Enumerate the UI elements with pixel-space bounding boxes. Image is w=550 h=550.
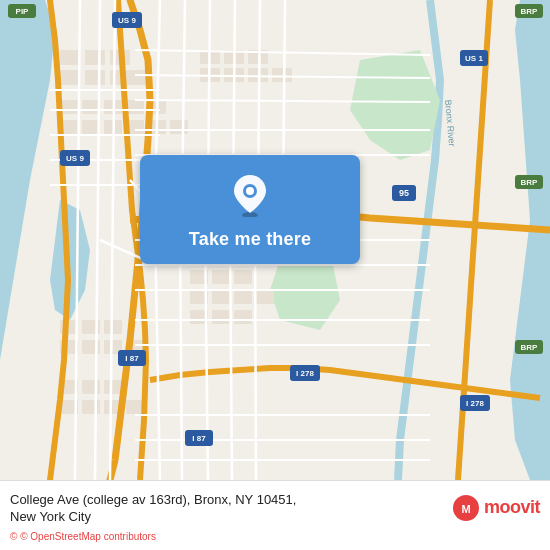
svg-text:US 9: US 9 [66, 154, 84, 163]
svg-rect-32 [82, 380, 100, 394]
svg-text:M: M [461, 503, 470, 515]
svg-rect-49 [212, 290, 230, 304]
svg-text:BRP: BRP [521, 178, 539, 187]
svg-text:95: 95 [399, 188, 409, 198]
svg-rect-33 [104, 380, 122, 394]
svg-rect-54 [234, 310, 252, 324]
svg-text:I 87: I 87 [192, 434, 206, 443]
svg-rect-14 [82, 100, 100, 114]
svg-rect-7 [85, 50, 105, 65]
svg-rect-47 [234, 270, 252, 284]
moovit-logo: M moovit [452, 494, 540, 522]
take-me-there-button[interactable]: Take me there [140, 155, 360, 264]
svg-text:BRP: BRP [521, 7, 539, 16]
city-line: New York City [10, 509, 296, 524]
address-block: College Ave (college av 163rd), Bronx, N… [10, 492, 296, 524]
address-line: College Ave (college av 163rd), Bronx, N… [10, 492, 296, 507]
svg-rect-9 [60, 70, 80, 85]
location-pin-icon [232, 173, 268, 221]
svg-rect-50 [234, 290, 252, 304]
svg-rect-53 [212, 310, 230, 324]
svg-rect-16 [126, 100, 144, 114]
attribution-text: © OpenStreetMap contributors [20, 531, 156, 542]
svg-rect-35 [82, 400, 100, 414]
svg-text:I 278: I 278 [466, 399, 484, 408]
svg-text:US 9: US 9 [118, 16, 136, 25]
svg-text:US 1: US 1 [465, 54, 483, 63]
svg-text:BRP: BRP [521, 343, 539, 352]
bottom-bar: College Ave (college av 163rd), Bronx, N… [0, 480, 550, 550]
svg-text:I 87: I 87 [125, 354, 139, 363]
svg-rect-13 [60, 100, 78, 114]
svg-point-117 [246, 187, 254, 195]
svg-rect-23 [170, 120, 188, 134]
svg-line-73 [255, 230, 256, 480]
svg-rect-26 [104, 320, 122, 334]
moovit-logo-icon: M [452, 494, 480, 522]
svg-rect-10 [85, 70, 105, 85]
moovit-text: moovit [484, 497, 540, 518]
svg-text:I 278: I 278 [296, 369, 314, 378]
map-container: PIP US 9 US 9 BRP US 1 95 BRP BRP I 87 I… [0, 0, 550, 480]
svg-text:PIP: PIP [16, 7, 30, 16]
svg-rect-44 [272, 68, 292, 82]
svg-rect-19 [82, 120, 100, 134]
take-me-there-label: Take me there [189, 229, 311, 250]
svg-rect-46 [212, 270, 230, 284]
svg-rect-51 [256, 290, 274, 304]
svg-rect-6 [60, 50, 80, 65]
osm-attribution: © © OpenStreetMap contributors [10, 531, 156, 542]
